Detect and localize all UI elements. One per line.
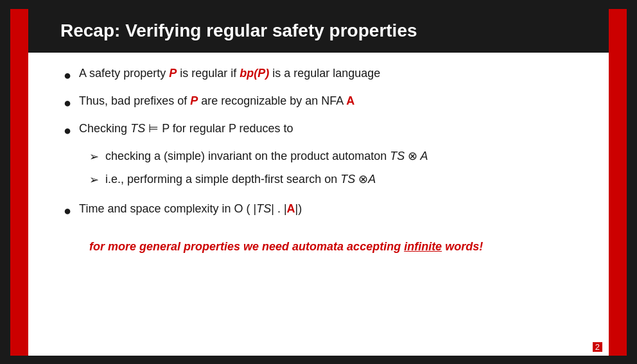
- right-accent-bar: [609, 9, 627, 356]
- highlight-underline: infinite: [404, 240, 442, 253]
- var-bpP: bp(P): [240, 67, 269, 80]
- bullet-dot-4: ●: [64, 202, 71, 220]
- sub-arrow-2: ➢: [89, 172, 99, 188]
- var-TS-otimes-A-2: TS ⊗A: [340, 173, 376, 186]
- sub-arrow-1: ➢: [89, 149, 99, 165]
- var-A-1: A: [346, 94, 354, 107]
- sub-text-2: i.e., performing a simple depth-first se…: [105, 171, 573, 187]
- slide-content: ● A safety property P is regular if bp(P…: [28, 53, 609, 356]
- sub-bullet-1: ➢ checking a (simple) invariant on the p…: [89, 148, 573, 165]
- bullet-text-1: A safety property P is regular if bp(P) …: [79, 65, 573, 82]
- bullet-text-3: Checking TS ⊨ P for regular P reduces to: [79, 121, 573, 137]
- var-P-1: P: [169, 67, 177, 80]
- bullet-dot-2: ●: [64, 94, 71, 112]
- sub-bullets-container: ➢ checking a (simple) invariant on the p…: [89, 148, 573, 195]
- page-number: 2: [593, 342, 602, 352]
- bullet-dot-3: ●: [64, 121, 71, 139]
- bullet-item-1: ● A safety property P is regular if bp(P…: [64, 65, 573, 84]
- left-accent-bar: [10, 9, 28, 356]
- var-TS-1: TS: [130, 122, 145, 135]
- highlight-after: words!: [442, 240, 483, 253]
- highlight-before: for more general properties we need auto…: [89, 240, 404, 253]
- highlight-box: for more general properties we need auto…: [64, 234, 573, 260]
- sub-text-1: checking a (simple) invariant on the pro…: [105, 148, 573, 164]
- bullet-item-2: ● Thus, bad prefixes of P are recognizab…: [64, 93, 573, 112]
- highlight-text: for more general properties we need auto…: [89, 240, 573, 254]
- slide-header: Recap: Verifying regular safety properti…: [28, 9, 609, 53]
- var-TS-otimes-A-1: TS ⊗ A: [390, 150, 428, 162]
- bullet-item-4: ● Time and space complexity in O ( |TS| …: [64, 201, 573, 220]
- sub-bullet-2: ➢ i.e., performing a simple depth-first …: [89, 171, 573, 188]
- bullet-item-3: ● Checking TS ⊨ P for regular P reduces …: [64, 121, 573, 139]
- slide: Recap: Verifying regular safety properti…: [10, 9, 627, 356]
- bullet-dot-1: ●: [64, 66, 71, 84]
- var-P-2: P: [190, 94, 198, 107]
- slide-title: Recap: Verifying regular safety properti…: [60, 21, 577, 41]
- var-A-2: A: [287, 202, 295, 215]
- var-TS-2: TS: [256, 202, 271, 215]
- bullet-text-2: Thus, bad prefixes of P are recognizable…: [79, 93, 573, 109]
- bullet-text-4: Time and space complexity in O ( |TS| . …: [79, 201, 573, 217]
